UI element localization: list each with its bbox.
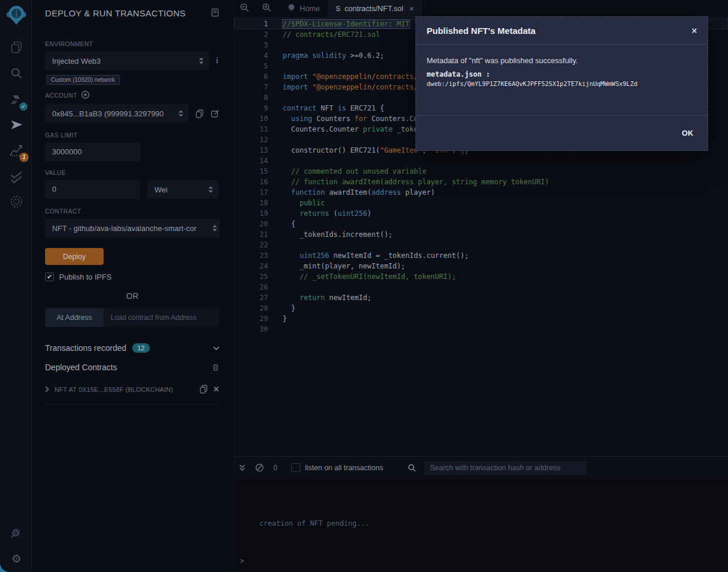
settings-gear-icon[interactable]: ⚙ xyxy=(8,550,25,567)
or-divider: OR xyxy=(45,291,219,301)
contract-select[interactable]: NFT - github/ava-labs/avalanche-smart-co… xyxy=(45,219,219,237)
stepper-arrows-icon xyxy=(212,225,217,232)
ok-button[interactable]: OK xyxy=(682,129,693,137)
zoom-out-icon[interactable] xyxy=(240,3,249,15)
line-number: 16 xyxy=(234,177,268,187)
environment-select[interactable]: Injected Web3 xyxy=(45,51,209,70)
remix-logo-icon[interactable] xyxy=(5,4,28,26)
tab-contracts-nft-sol[interactable]: S contracts/NFT.sol × xyxy=(328,0,423,17)
file-explorer-icon[interactable] xyxy=(8,39,25,56)
deployed-contracts-label: Deployed Contracts xyxy=(45,363,117,372)
clear-console-icon[interactable] xyxy=(255,463,264,472)
line-number: 28 xyxy=(234,303,268,313)
code-line: 16 // function awardItem(address player,… xyxy=(234,177,728,187)
icon-sidebar: ✓ 1 xyxy=(0,0,32,572)
code-line: 14 xyxy=(234,156,728,166)
line-number: 21 xyxy=(234,229,268,240)
line-number: 8 xyxy=(234,92,268,103)
terminal-output[interactable]: creation of NFT pending... > xyxy=(234,478,728,572)
line-number: 4 xyxy=(234,50,268,61)
line-number: 29 xyxy=(234,313,268,324)
listen-transactions-label: listen on all transactions xyxy=(305,464,383,472)
line-number: 19 xyxy=(234,208,268,219)
copy-account-icon[interactable] xyxy=(195,109,204,118)
line-number: 3 xyxy=(234,40,268,50)
value-label: VALUE xyxy=(45,169,219,176)
code-line: 26 xyxy=(234,282,728,292)
debugger-icon[interactable] xyxy=(8,193,25,211)
remove-contract-icon[interactable]: ✕ xyxy=(213,385,219,394)
published-metadata-modal: Published NFT's Metadata × Metadata of "… xyxy=(415,16,708,151)
account-label: ACCOUNT xyxy=(45,91,219,100)
modal-message: Metadata of "nft" was published successf… xyxy=(427,56,697,65)
deploy-button[interactable]: Deploy xyxy=(45,248,104,265)
transactions-count-badge: 12 xyxy=(132,343,150,353)
search-icon[interactable] xyxy=(8,64,25,82)
stepper-arrows-icon xyxy=(178,111,183,117)
documentation-icon[interactable] xyxy=(211,8,219,17)
trash-icon[interactable] xyxy=(212,363,219,371)
stepper-arrows-icon xyxy=(208,187,213,193)
code-line: 19 returns (uint256) xyxy=(234,208,728,219)
deployed-contract-row[interactable]: NFT AT 0X15E...E558F (BLOCKCHAIN) ✕ xyxy=(45,385,219,394)
at-address-button[interactable]: At Address xyxy=(45,308,104,327)
add-account-icon[interactable] xyxy=(81,91,90,100)
value-unit-select[interactable]: Wei xyxy=(147,180,218,199)
account-select[interactable]: 0x845...B1aB3 (999991.3297990 xyxy=(45,104,188,123)
modal-close-icon[interactable]: × xyxy=(692,26,697,36)
line-number: 24 xyxy=(234,261,268,271)
contract-label: CONTRACT xyxy=(45,208,219,215)
collapse-terminal-icon[interactable] xyxy=(239,464,246,472)
line-number: 23 xyxy=(234,250,268,261)
code-line: 29} xyxy=(234,313,728,324)
at-address-input[interactable] xyxy=(104,308,219,327)
code-line: 30 xyxy=(234,324,728,335)
code-line: 18 public xyxy=(234,198,728,208)
analytics-badge: 1 xyxy=(19,153,29,162)
zoom-in-icon[interactable] xyxy=(262,3,272,15)
code-line: 28 } xyxy=(234,303,728,313)
plugin-manager-icon[interactable] xyxy=(8,523,25,541)
line-number: 14 xyxy=(234,156,268,166)
value-unit: Wei xyxy=(154,185,167,194)
code-line: 24 _mint(player, newItemId); xyxy=(234,261,728,271)
edit-account-icon[interactable] xyxy=(211,109,219,118)
close-tab-icon[interactable]: × xyxy=(409,4,414,13)
code-line: 15 // commented out unused variable xyxy=(234,166,728,177)
info-icon[interactable]: i xyxy=(216,56,218,66)
chevron-right-icon[interactable] xyxy=(45,386,49,392)
listen-transactions-checkbox[interactable] xyxy=(291,463,300,472)
chevron-down-icon[interactable] xyxy=(213,346,219,350)
code-line: 20 { xyxy=(234,219,728,229)
transactions-recorded-label: Transactions recorded xyxy=(45,343,126,353)
line-number: 30 xyxy=(234,324,268,335)
pending-tx-count: 0 xyxy=(273,463,277,472)
solidity-compiler-icon[interactable]: ✓ xyxy=(8,91,25,109)
publish-ipfs-checkbox[interactable]: ✔ xyxy=(45,273,54,281)
tab-home[interactable]: Home xyxy=(280,0,328,17)
terminal-search-icon xyxy=(408,464,416,472)
line-number: 11 xyxy=(234,124,268,135)
terminal-toolbar: 0 listen on all transactions xyxy=(234,456,728,478)
unit-testing-icon[interactable] xyxy=(8,167,25,184)
line-number: 15 xyxy=(234,166,268,177)
terminal-log-line: creation of NFT pending... xyxy=(259,519,369,528)
contract-value: NFT - github/ava-labs/avalanche-smart-co… xyxy=(52,224,211,233)
code-line: 22 xyxy=(234,240,728,250)
line-number: 18 xyxy=(234,198,268,208)
gas-limit-input[interactable] xyxy=(45,143,140,161)
modal-filename: metadata.json : xyxy=(427,70,697,78)
terminal-search-input[interactable] xyxy=(424,461,587,475)
analytics-icon[interactable]: 1 xyxy=(8,142,25,159)
deploy-and-run-icon[interactable] xyxy=(8,116,25,133)
line-number: 22 xyxy=(234,240,268,250)
line-number: 7 xyxy=(234,82,268,92)
line-number: 20 xyxy=(234,219,268,229)
terminal-panel: 0 listen on all transactions creation of… xyxy=(234,456,728,572)
copy-address-icon[interactable] xyxy=(200,385,208,394)
code-line: 17 function awardItem(address player) xyxy=(234,187,728,198)
value-input[interactable] xyxy=(45,180,140,199)
line-number: 10 xyxy=(234,113,268,124)
environment-label: ENVIRONMENT xyxy=(45,40,219,47)
line-number: 1 xyxy=(234,19,268,29)
